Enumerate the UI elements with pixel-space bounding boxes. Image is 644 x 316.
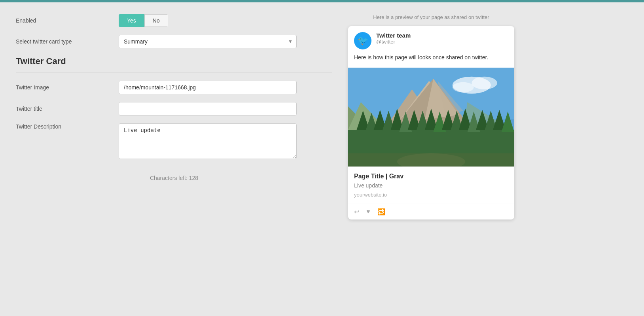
select-wrapper: Summary Summary with Large Image App Pla…: [119, 35, 297, 48]
svg-point-4: [453, 82, 474, 93]
twitter-description-textarea[interactable]: Live update: [119, 123, 297, 159]
card-url: yourwebsite.io: [354, 192, 508, 198]
section-title: Twitter Card: [16, 56, 332, 73]
twitter-user-info: Twitter team @twitter: [376, 32, 508, 45]
reply-icon[interactable]: ↩: [354, 208, 359, 216]
left-panel: Enabled Yes No Select twitter card type …: [16, 14, 332, 304]
enabled-label: Enabled: [16, 17, 119, 24]
description-row: Twitter Description Live update: [16, 123, 332, 159]
image-row: Twitter Image: [16, 81, 332, 94]
right-panel: Here is a preview of your page as shared…: [348, 14, 514, 304]
twitter-card-bottom: Page Title | Grav Live update yourwebsit…: [348, 167, 514, 204]
twitter-card-top: 🐦 Twitter team @twitter: [348, 26, 514, 53]
svg-rect-33: [348, 153, 514, 167]
twitter-name: Twitter team: [376, 32, 508, 39]
twitter-handle: @twitter: [376, 39, 508, 45]
twitter-bird-icon: 🐦: [358, 36, 368, 46]
twitter-avatar: 🐦: [354, 32, 371, 49]
preview-header-text: Here is a preview of your page as shared…: [348, 14, 514, 20]
card-title: Page Title | Grav: [354, 173, 508, 180]
select-type-label: Select twitter card type: [16, 38, 119, 45]
no-button[interactable]: No: [144, 14, 168, 27]
yes-button[interactable]: Yes: [119, 14, 144, 27]
description-label: Twitter Description: [16, 123, 119, 130]
twitter-actions: ↩ ♥ 🔁: [348, 204, 514, 219]
twitter-title-input[interactable]: [119, 102, 297, 115]
svg-point-3: [472, 77, 497, 89]
like-icon[interactable]: ♥: [366, 208, 370, 216]
select-type-row: Select twitter card type Summary Summary…: [16, 35, 332, 48]
title-row: Twitter title: [16, 102, 332, 115]
twitter-message: Here is how this page will looks once sh…: [348, 53, 514, 68]
twitter-image-input[interactable]: [119, 81, 297, 94]
title-label: Twitter title: [16, 106, 119, 112]
twitter-preview-image: [348, 68, 514, 167]
card-description: Live update: [354, 182, 508, 189]
image-label: Twitter Image: [16, 84, 119, 91]
retweet-icon[interactable]: 🔁: [377, 208, 385, 216]
twitter-card-type-select[interactable]: Summary Summary with Large Image App Pla…: [119, 35, 297, 48]
enabled-row: Enabled Yes No: [16, 14, 332, 27]
twitter-preview-card: 🐦 Twitter team @twitter Here is how this…: [348, 26, 514, 219]
chars-left: Characters left: 128: [16, 175, 332, 181]
toggle-group: Yes No: [119, 14, 168, 27]
